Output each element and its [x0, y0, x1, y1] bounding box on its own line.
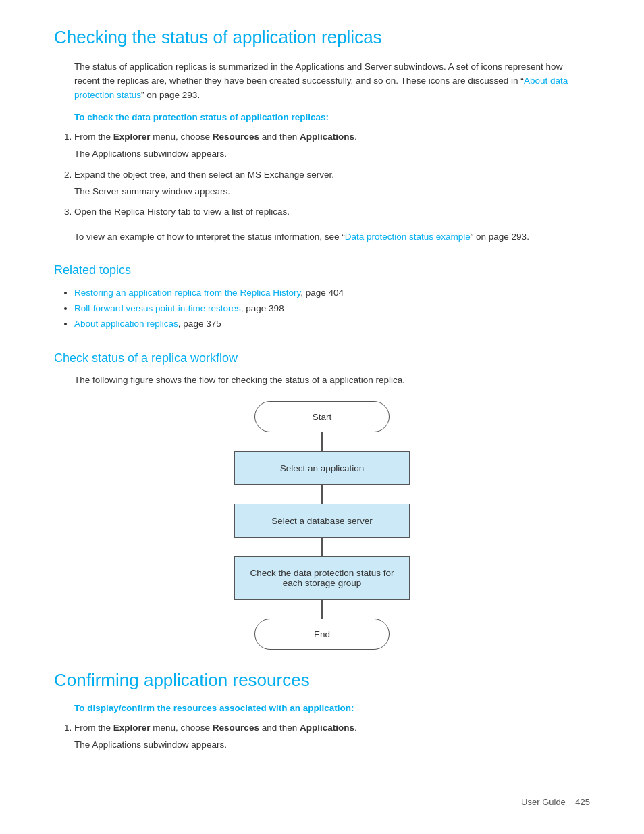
- related-topic-1-link[interactable]: Restoring an application replica from th…: [74, 288, 300, 298]
- footer-label: User Guide: [521, 797, 566, 807]
- related-topic-3-link[interactable]: About application replicas: [74, 319, 178, 329]
- related-topics-title: Related topics: [54, 263, 590, 278]
- confirming-instruction-heading: To display/confirm the resources associa…: [74, 703, 590, 713]
- footer-page-number: 425: [575, 797, 590, 807]
- step-2: Expand the object tree, and then select …: [74, 168, 590, 199]
- intro-text: The status of application replicas is su…: [74, 60, 590, 103]
- workflow-intro: The following figure shows the flow for …: [74, 373, 590, 388]
- related-topic-3: About application replicas, page 375: [74, 317, 590, 332]
- flowchart-connector-1: [321, 432, 323, 451]
- step-3: Open the Replica History tab to view a l…: [74, 205, 590, 219]
- flowchart-end: End: [254, 619, 390, 650]
- related-topic-2-link[interactable]: Roll-forward versus point-in-time restor…: [74, 303, 241, 313]
- flowchart-node-select-database: Select a database server: [234, 504, 410, 538]
- confirming-title: Confirming application resources: [54, 670, 590, 691]
- flowchart-connector-3: [321, 538, 323, 556]
- step-1: From the Explorer menu, choose Resources…: [74, 130, 590, 161]
- related-topic-1: Restoring an application replica from th…: [74, 286, 590, 301]
- instruction-heading: To check the data protection status of a…: [74, 112, 590, 122]
- data-protection-example-link[interactable]: Data protection status example: [345, 232, 471, 242]
- related-topic-2: Roll-forward versus point-in-time restor…: [74, 301, 590, 317]
- steps-list: From the Explorer menu, choose Resources…: [74, 130, 590, 220]
- flowchart-start: Start: [254, 401, 390, 432]
- confirming-steps-list: From the Explorer menu, choose Resources…: [74, 721, 590, 752]
- flowchart-connector-2: [321, 485, 323, 504]
- page-title: Checking the status of application repli…: [54, 27, 590, 48]
- page-footer: User Guide 425: [521, 797, 590, 807]
- flowchart-connector-4: [321, 600, 323, 619]
- confirming-step-1: From the Explorer menu, choose Resources…: [74, 721, 590, 752]
- flowchart-node-select-application: Select an application: [234, 451, 410, 485]
- flowchart-node-check-status: Check the data protection status foreach…: [234, 556, 410, 600]
- related-topics-list: Restoring an application replica from th…: [74, 286, 590, 332]
- flowchart: Start Select an application Select a dat…: [214, 401, 430, 650]
- view-example-text: To view an example of how to interpret t…: [74, 230, 590, 244]
- workflow-title: Check status of a replica workflow: [54, 351, 590, 365]
